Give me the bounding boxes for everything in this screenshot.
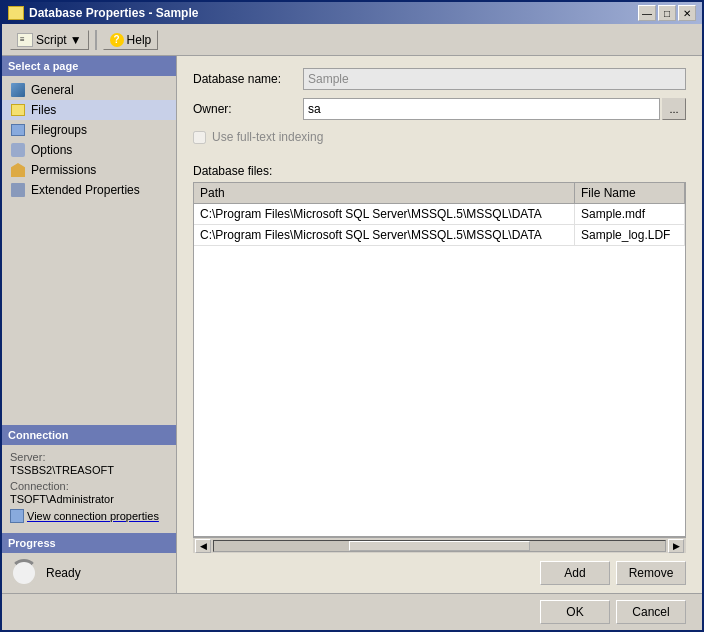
col-path: Path	[194, 183, 575, 204]
files-section: Database files: Path File Name	[177, 164, 702, 553]
bottom-buttons: OK Cancel	[2, 593, 702, 630]
connection-label: Connection:	[10, 480, 168, 492]
progress-spinner	[10, 559, 38, 587]
row2-path: C:\Program Files\Microsoft SQL Server\MS…	[194, 225, 575, 246]
toolbar-divider	[95, 30, 97, 50]
toolbar: Script ▼ ? Help	[2, 24, 702, 56]
sidebar-item-label-filegroups: Filegroups	[31, 123, 87, 137]
scroll-right-button[interactable]: ▶	[668, 539, 684, 553]
table-row[interactable]: C:\Program Files\Microsoft SQL Server\MS…	[194, 225, 685, 246]
files-label: Database files:	[193, 164, 686, 178]
sidebar-item-label-permissions: Permissions	[31, 163, 96, 177]
server-value: TSSBS2\TREASOFT	[10, 464, 168, 476]
progress-info: Ready	[2, 553, 176, 593]
close-button[interactable]: ✕	[678, 5, 696, 21]
horizontal-scrollbar: ◀ ▶	[193, 537, 686, 553]
title-bar: Database Properties - Sample — □ ✕	[2, 2, 702, 24]
script-label: Script	[36, 33, 67, 47]
window-body: Script ▼ ? Help Select a page General	[2, 24, 702, 630]
action-buttons: Add Remove	[177, 553, 702, 593]
db-name-row: Database name:	[193, 68, 686, 90]
fulltext-label: Use full-text indexing	[212, 130, 323, 144]
row1-filename: Sample.mdf	[575, 204, 685, 225]
cancel-button[interactable]: Cancel	[616, 600, 686, 624]
col-filename: File Name	[575, 183, 685, 204]
scroll-track[interactable]	[213, 540, 666, 552]
ok-button[interactable]: OK	[540, 600, 610, 624]
sidebar-item-label-ext-props: Extended Properties	[31, 183, 140, 197]
browse-button[interactable]: ...	[662, 98, 686, 120]
help-icon: ?	[110, 33, 124, 47]
maximize-button[interactable]: □	[658, 5, 676, 21]
progress-status: Ready	[46, 566, 81, 580]
sidebar-item-extended-properties[interactable]: Extended Properties	[2, 180, 176, 200]
server-label: Server:	[10, 451, 168, 463]
view-connection-text: View connection properties	[27, 510, 159, 522]
sidebar-header: Select a page	[2, 56, 176, 76]
sidebar-item-general[interactable]: General	[2, 80, 176, 100]
minimize-button[interactable]: —	[638, 5, 656, 21]
files-table-container: Path File Name C:\Program Files\Microsof…	[193, 182, 686, 537]
ext-props-icon	[10, 182, 26, 198]
sidebar-item-filegroups[interactable]: Filegroups	[2, 120, 176, 140]
window-icon	[8, 6, 24, 20]
window-title: Database Properties - Sample	[29, 6, 198, 20]
title-bar-left: Database Properties - Sample	[8, 6, 198, 20]
help-label: Help	[127, 33, 152, 47]
connection-value: TSOFT\Administrator	[10, 493, 168, 505]
general-icon	[10, 82, 26, 98]
scroll-thumb[interactable]	[349, 541, 529, 551]
script-dropdown: ▼	[70, 33, 82, 47]
script-icon	[17, 33, 33, 47]
add-button[interactable]: Add	[540, 561, 610, 585]
table-row[interactable]: C:\Program Files\Microsoft SQL Server\MS…	[194, 204, 685, 225]
owner-label: Owner:	[193, 102, 303, 116]
filegroups-icon	[10, 122, 26, 138]
main-window: Database Properties - Sample — □ ✕ Scrip…	[0, 0, 704, 632]
row2-filename: Sample_log.LDF	[575, 225, 685, 246]
sidebar-item-files[interactable]: Files	[2, 100, 176, 120]
sidebar-item-label-general: General	[31, 83, 74, 97]
fulltext-checkbox[interactable]	[193, 131, 206, 144]
permissions-icon	[10, 162, 26, 178]
files-table: Path File Name C:\Program Files\Microsof…	[194, 183, 685, 246]
sidebar-items: General Files Filegroups Options	[2, 76, 176, 425]
files-icon	[10, 102, 26, 118]
title-buttons: — □ ✕	[638, 5, 696, 21]
main-content: Select a page General Files Filegroups	[2, 56, 702, 593]
sidebar-item-permissions[interactable]: Permissions	[2, 160, 176, 180]
owner-input[interactable]	[303, 98, 660, 120]
connection-info: Server: TSSBS2\TREASOFT Connection: TSOF…	[2, 445, 176, 533]
progress-header: Progress	[2, 533, 176, 553]
remove-button[interactable]: Remove	[616, 561, 686, 585]
sidebar-item-options[interactable]: Options	[2, 140, 176, 160]
help-button[interactable]: ? Help	[103, 30, 159, 50]
script-button[interactable]: Script ▼	[10, 30, 89, 50]
owner-row: Owner: ...	[193, 98, 686, 120]
content-panel: Database name: Owner: ... Use full-text …	[177, 56, 702, 593]
options-icon	[10, 142, 26, 158]
scroll-left-button[interactable]: ◀	[195, 539, 211, 553]
row1-path: C:\Program Files\Microsoft SQL Server\MS…	[194, 204, 575, 225]
connection-header: Connection	[2, 425, 176, 445]
sidebar-item-label-files: Files	[31, 103, 56, 117]
form-area: Database name: Owner: ... Use full-text …	[177, 56, 702, 164]
link-icon	[10, 509, 24, 523]
sidebar: Select a page General Files Filegroups	[2, 56, 177, 593]
sidebar-item-label-options: Options	[31, 143, 72, 157]
db-name-input[interactable]	[303, 68, 686, 90]
db-name-label: Database name:	[193, 72, 303, 86]
view-connection-link[interactable]: View connection properties	[10, 509, 168, 527]
fulltext-row: Use full-text indexing	[193, 128, 686, 152]
